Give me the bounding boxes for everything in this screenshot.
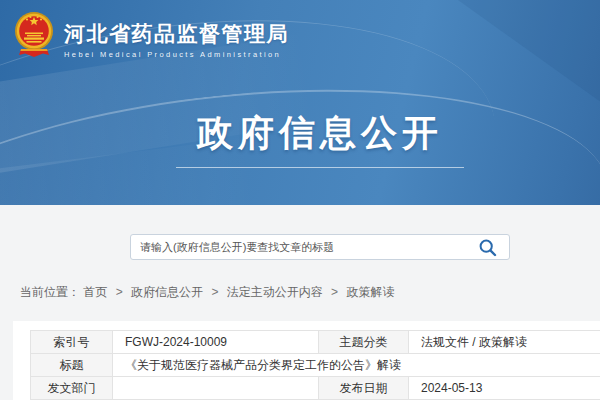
breadcrumb: 当前位置： 首页 > 政府信息公开 > 法定主动公开内容 > 政策解读 bbox=[20, 284, 394, 301]
search-input[interactable] bbox=[131, 235, 509, 259]
content-area: 当前位置： 首页 > 政府信息公开 > 法定主动公开内容 > 政策解读 索引号 … bbox=[0, 205, 600, 400]
breadcrumb-item-policy-interpretation[interactable]: 政策解读 bbox=[346, 285, 394, 299]
search-button[interactable] bbox=[478, 238, 498, 258]
topic-category-value: 法规文件 / 政策解读 bbox=[409, 331, 600, 354]
article-info-table: 索引号 FGWJ-2024-10009 主题分类 法规文件 / 政策解读 标题 … bbox=[30, 330, 600, 400]
table-row: 发文部门 发布日期 2024-05-13 bbox=[31, 377, 600, 400]
title-label: 标题 bbox=[31, 354, 113, 377]
breadcrumb-separator: > bbox=[211, 285, 218, 299]
index-number-label: 索引号 bbox=[31, 331, 113, 354]
breadcrumb-item-home[interactable]: 首页 bbox=[83, 285, 107, 299]
page-title-underline bbox=[176, 167, 464, 168]
page-title: 政府信息公开 bbox=[0, 112, 600, 154]
agency-name-en: Hebei Medical Products Administration bbox=[64, 50, 289, 59]
topic-category-label: 主题分类 bbox=[319, 331, 409, 354]
search-icon bbox=[478, 238, 498, 258]
table-row: 索引号 FGWJ-2024-10009 主题分类 法规文件 / 政策解读 bbox=[31, 331, 600, 354]
breadcrumb-separator: > bbox=[116, 285, 123, 299]
breadcrumb-item-gov-info[interactable]: 政府信息公开 bbox=[131, 285, 203, 299]
table-row: 标题 《关于规范医疗器械产品分类界定工作的公告》解读 bbox=[31, 354, 600, 377]
article-info-card: 索引号 FGWJ-2024-10009 主题分类 法规文件 / 政策解读 标题 … bbox=[13, 321, 600, 400]
title-value: 《关于规范医疗器械产品分类界定工作的公告》解读 bbox=[113, 354, 600, 377]
search-box bbox=[130, 234, 510, 260]
header-banner: 河北省药品监督管理局 Hebei Medical Products Admini… bbox=[0, 0, 600, 205]
breadcrumb-label: 当前位置： bbox=[20, 285, 80, 299]
index-number-value: FGWJ-2024-10009 bbox=[113, 331, 319, 354]
site-logo[interactable]: 河北省药品监督管理局 Hebei Medical Products Admini… bbox=[13, 8, 289, 62]
agency-names: 河北省药品监督管理局 Hebei Medical Products Admini… bbox=[64, 8, 289, 59]
breadcrumb-separator: > bbox=[331, 285, 338, 299]
agency-name-cn: 河北省药品监督管理局 bbox=[64, 22, 289, 46]
issuing-department-value bbox=[113, 377, 319, 400]
issuing-department-label: 发文部门 bbox=[31, 377, 113, 400]
publish-date-value: 2024-05-13 bbox=[409, 377, 600, 400]
breadcrumb-item-disclosure-content[interactable]: 法定主动公开内容 bbox=[227, 285, 323, 299]
publish-date-label: 发布日期 bbox=[319, 377, 409, 400]
china-national-emblem-icon bbox=[13, 8, 55, 62]
